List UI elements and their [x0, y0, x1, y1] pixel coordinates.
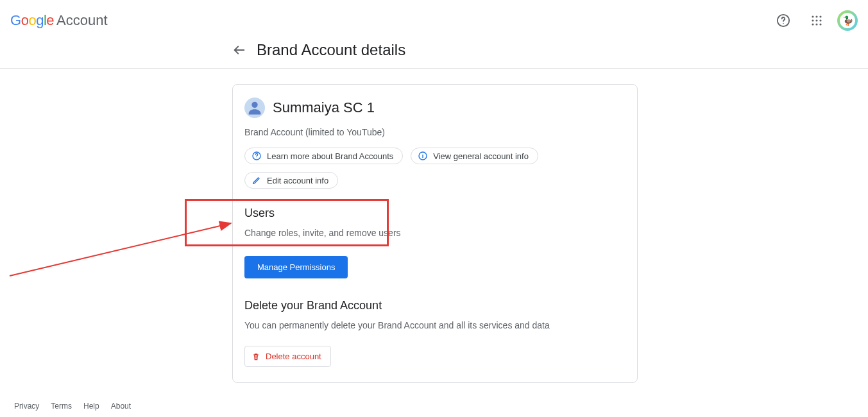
chip-row: Learn more about Brand Accounts View gen…: [244, 148, 625, 189]
svg-point-10: [819, 23, 821, 25]
google-logo: Google: [10, 12, 54, 29]
page-title: Brand Account details: [257, 41, 405, 59]
help-circle-icon: [251, 151, 262, 161]
users-section-subtitle: Change roles, invite, and remove users: [244, 228, 625, 238]
account-label: Account: [56, 12, 108, 29]
profile-row: Summaiya SC 1: [244, 98, 625, 118]
svg-point-12: [251, 102, 257, 108]
footer-terms-link[interactable]: Terms: [51, 402, 72, 411]
pencil-icon: [251, 175, 262, 185]
svg-point-17: [423, 154, 423, 155]
divider: [0, 68, 868, 69]
header-bar: Google Account 🦆: [0, 0, 868, 41]
svg-point-1: [783, 23, 783, 24]
svg-point-5: [812, 19, 813, 21]
info-circle-icon: [418, 151, 428, 161]
apps-grid-icon[interactable]: [804, 8, 830, 33]
svg-point-2: [812, 15, 813, 17]
view-info-chip[interactable]: View general account info: [411, 148, 538, 164]
footer-privacy-link[interactable]: Privacy: [14, 402, 39, 411]
svg-point-9: [815, 23, 817, 25]
chip-label: View general account info: [433, 151, 529, 161]
learn-more-chip[interactable]: Learn more about Brand Accounts: [244, 148, 403, 164]
title-row: Brand Account details: [0, 41, 868, 68]
delete-button-label: Delete account: [266, 352, 321, 361]
users-section-title: Users: [244, 207, 625, 220]
logo-area: Google Account: [10, 12, 108, 29]
back-arrow-icon[interactable]: [232, 43, 246, 57]
chip-label: Learn more about Brand Accounts: [267, 151, 393, 161]
svg-point-8: [812, 23, 813, 25]
brand-account-card: Summaiya SC 1 Brand Account (limited to …: [232, 84, 638, 383]
svg-point-4: [819, 15, 821, 17]
profile-avatar-icon: [244, 98, 265, 118]
footer: Privacy Terms Help About: [14, 402, 131, 411]
delete-section-subtitle: You can permanently delete your Brand Ac…: [244, 320, 625, 330]
svg-point-6: [815, 19, 817, 21]
trash-icon: [251, 352, 260, 361]
user-avatar[interactable]: 🦆: [837, 10, 858, 31]
svg-line-21: [10, 223, 231, 276]
manage-permissions-button[interactable]: Manage Permissions: [244, 256, 348, 278]
profile-name: Summaiya SC 1: [273, 99, 375, 116]
svg-point-14: [257, 158, 257, 158]
delete-section-title: Delete your Brand Account: [244, 299, 625, 312]
chip-label: Edit account info: [267, 176, 328, 185]
header-right: 🦆: [770, 8, 858, 33]
delete-account-button[interactable]: Delete account: [244, 346, 331, 367]
edit-info-chip[interactable]: Edit account info: [244, 172, 338, 189]
svg-point-7: [819, 19, 821, 21]
footer-help-link[interactable]: Help: [83, 402, 99, 411]
svg-point-3: [815, 15, 817, 17]
help-icon[interactable]: [770, 8, 796, 33]
footer-about-link[interactable]: About: [111, 402, 131, 411]
brand-subtitle: Brand Account (limited to YouTube): [244, 127, 625, 137]
